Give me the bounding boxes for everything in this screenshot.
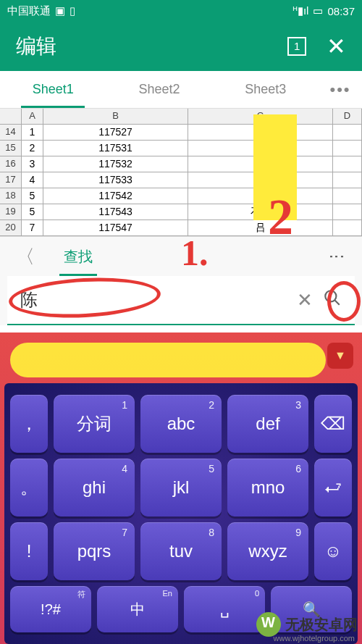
cell[interactable] [333, 125, 362, 141]
col-header[interactable]: D [333, 109, 362, 125]
candidate-dropdown-icon[interactable]: ▼ [327, 343, 353, 369]
cell[interactable]: 117547 [43, 220, 188, 236]
col-header[interactable]: C [188, 109, 333, 125]
tab-sheet3[interactable]: Sheet3 [212, 71, 319, 108]
cell[interactable] [333, 204, 362, 220]
cell[interactable]: 117543 [43, 204, 188, 220]
key-backspace[interactable]: ⌫ [314, 395, 352, 453]
search-panel: 〈 查找 ⋮ ✕ [0, 236, 362, 325]
signal-icon: ᴴ▮ıl [292, 4, 309, 17]
watermark-url: www.wjhotelgroup.com [274, 634, 355, 643]
cell[interactable]: 1 [22, 125, 43, 141]
cell[interactable]: 3 [22, 156, 43, 172]
cell[interactable] [333, 172, 362, 188]
cell[interactable] [333, 141, 362, 156]
row-header[interactable]: 19 [0, 204, 22, 220]
status-bar: 中国联通 ▣ ▯ ᴴ▮ıl ▭ 08:37 [0, 0, 362, 22]
key-exclaim[interactable]: ! [10, 522, 48, 580]
cell[interactable]: 7 [22, 220, 43, 236]
tabs-more-icon[interactable]: ••• [319, 80, 362, 99]
spreadsheet[interactable]: A B C D 141117527孝152117531黄163117532吴17… [0, 109, 362, 236]
key-symbols[interactable]: 符!?# [10, 586, 91, 632]
cell[interactable]: 符 [188, 188, 333, 204]
cell[interactable]: 吕 [188, 220, 333, 236]
key-period[interactable]: 。 [10, 459, 48, 517]
key-9-wxyz[interactable]: 9wxyz [227, 522, 308, 580]
tab-sheet1[interactable]: Sheet1 [0, 71, 106, 108]
tab-sheet2[interactable]: Sheet2 [106, 71, 213, 108]
key-6-mno[interactable]: 6mno [227, 459, 308, 517]
row-header[interactable]: 20 [0, 220, 22, 236]
sheet-tabs: Sheet1 Sheet2 Sheet3 ••• [0, 71, 362, 109]
cell[interactable]: 4 [22, 172, 43, 188]
carrier-label: 中国联通 [7, 4, 51, 18]
cell[interactable]: 117531 [43, 141, 188, 156]
svg-point-0 [325, 290, 336, 301]
key-7-pqrs[interactable]: 7pqrs [54, 522, 135, 580]
cell[interactable]: 黄 [188, 172, 333, 188]
row-header[interactable]: 17 [0, 172, 22, 188]
cell[interactable]: 5 [22, 188, 43, 204]
battery-icon: ▭ [313, 4, 323, 17]
cell[interactable]: 石刊 [188, 204, 333, 220]
cell[interactable]: 117527 [43, 125, 188, 141]
table-row[interactable]: 207117547吕 [0, 220, 362, 236]
row-header[interactable]: 16 [0, 156, 22, 172]
cell[interactable]: 孝 [188, 125, 333, 141]
watermark: 无极安卓网 [256, 612, 358, 637]
watermark-logo-icon [256, 612, 281, 637]
key-5-jkl[interactable]: 5jkl [140, 459, 222, 517]
table-row[interactable]: 195117543石刊 [0, 204, 362, 220]
cell[interactable] [333, 188, 362, 204]
close-icon[interactable]: ✕ [327, 33, 346, 60]
sim-icon: ▣ [55, 4, 65, 17]
key-comma[interactable]: ， [10, 395, 48, 453]
cell[interactable]: 117533 [43, 172, 188, 188]
key-emoji[interactable]: ☺ [314, 522, 352, 580]
col-header[interactable]: B [43, 109, 188, 125]
row-header[interactable]: 18 [0, 188, 22, 204]
key-1[interactable]: 1分词 [54, 395, 135, 453]
app-header: 编辑 ✕ [0, 22, 362, 71]
candidate-bar[interactable] [10, 343, 326, 377]
cell[interactable]: 5 [22, 204, 43, 220]
key-4-ghi[interactable]: 4ghi [54, 459, 135, 517]
search-more-icon[interactable]: ⋮ [327, 248, 346, 264]
ime-keyboard: ▼ ， 1分词 2abc 3def ⌫ 。 4ghi 5jkl 6mno ⮐ !… [0, 333, 362, 644]
search-input[interactable] [20, 290, 287, 310]
key-2-abc[interactable]: 2abc [140, 395, 222, 453]
page-title: 编辑 [16, 33, 56, 60]
key-enter[interactable]: ⮐ [314, 459, 352, 517]
clock: 08:37 [327, 5, 355, 17]
cell[interactable]: 黄 [188, 141, 333, 156]
card-icon: ▯ [70, 4, 75, 17]
back-icon[interactable]: 〈 [16, 244, 35, 269]
key-8-tuv[interactable]: 8tuv [140, 522, 222, 580]
window-icon[interactable] [287, 37, 306, 56]
cell[interactable] [333, 156, 362, 172]
table-row[interactable]: 185117542符 [0, 188, 362, 204]
cell[interactable]: 117542 [43, 188, 188, 204]
cell[interactable]: 2 [22, 141, 43, 156]
clear-icon[interactable]: ✕ [297, 289, 313, 311]
table-row[interactable]: 152117531黄 [0, 141, 362, 156]
row-header[interactable]: 15 [0, 141, 22, 156]
row-header[interactable]: 14 [0, 125, 22, 141]
key-space[interactable]: 0␣ [184, 586, 265, 632]
cell[interactable] [333, 220, 362, 236]
col-header[interactable]: A [22, 109, 43, 125]
watermark-text: 无极安卓网 [285, 615, 358, 635]
cell[interactable]: 吴 [188, 156, 333, 172]
svg-line-1 [334, 300, 340, 305]
table-row[interactable]: 163117532吴 [0, 156, 362, 172]
search-tab-find[interactable]: 查找 [64, 237, 93, 276]
search-icon[interactable] [323, 288, 342, 312]
key-3-def[interactable]: 3def [227, 395, 308, 453]
cell[interactable]: 117532 [43, 156, 188, 172]
table-row[interactable]: 174117533黄 [0, 172, 362, 188]
table-row[interactable]: 141117527孝 [0, 125, 362, 141]
key-lang-toggle[interactable]: En中 [97, 586, 178, 632]
